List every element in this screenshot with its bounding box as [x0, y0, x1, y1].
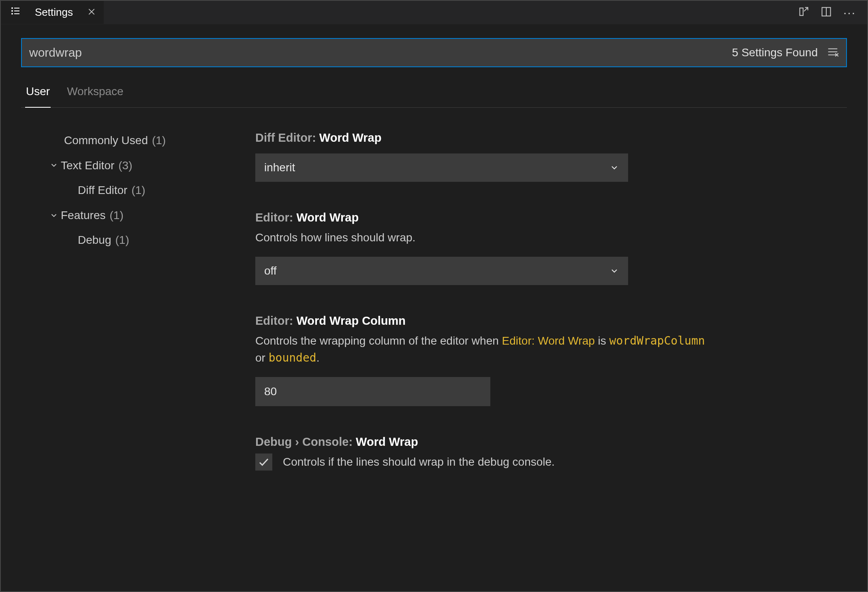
chevron-down-icon	[609, 266, 619, 276]
setting-description: Controls the wrapping column of the edit…	[255, 332, 717, 366]
setting-editor-word-wrap-column: Editor: Word Wrap Column Controls the wr…	[255, 314, 835, 406]
select-editor-wordwrap[interactable]: off	[255, 257, 628, 285]
setting-scope: Editor:	[255, 314, 297, 327]
setting-debug-console-word-wrap: Debug › Console: Word Wrap Controls if t…	[255, 435, 835, 471]
search-results-count: 5 Settings Found	[732, 46, 818, 59]
checkbox-debug-console-wordwrap[interactable]	[255, 454, 272, 471]
tab-bar: Settings ···	[1, 1, 867, 24]
scope-tabs: User Workspace	[21, 85, 847, 108]
tree-item-text-editor[interactable]: Text Editor (3)	[41, 153, 240, 178]
setting-scope: Editor:	[255, 211, 297, 224]
setting-editor-word-wrap: Editor: Word Wrap Controls how lines sho…	[255, 211, 835, 285]
setting-name: Word Wrap Column	[297, 314, 406, 327]
settings-list-icon	[11, 6, 20, 19]
chevron-down-icon	[49, 211, 58, 220]
scope-tab-user[interactable]: User	[25, 85, 51, 108]
settings-tree: Commonly Used (1) Text Editor (3) Diff E…	[21, 117, 240, 591]
tree-item-commonly-used[interactable]: Commonly Used (1)	[41, 128, 240, 153]
setting-name: Word Wrap	[356, 435, 418, 448]
split-editor-icon[interactable]	[821, 6, 832, 19]
search-input[interactable]	[29, 46, 732, 60]
svg-point-4	[12, 13, 13, 14]
more-actions-icon[interactable]: ···	[843, 6, 856, 19]
tree-item-features[interactable]: Features (1)	[41, 203, 240, 228]
check-icon	[258, 456, 270, 468]
scope-tab-workspace[interactable]: Workspace	[66, 85, 124, 107]
svg-point-0	[12, 8, 13, 9]
tab-settings[interactable]: Settings	[1, 1, 104, 24]
setting-name: Word Wrap	[297, 211, 359, 224]
settings-search: 5 Settings Found	[21, 38, 847, 67]
close-tab-icon[interactable]	[88, 6, 96, 19]
tab-title: Settings	[35, 6, 73, 19]
tree-item-diff-editor[interactable]: Diff Editor (1)	[41, 178, 240, 203]
clear-search-icon[interactable]	[827, 46, 839, 60]
open-settings-json-icon[interactable]	[798, 6, 809, 19]
tree-item-debug[interactable]: Debug (1)	[41, 228, 240, 253]
input-word-wrap-column[interactable]	[255, 377, 490, 406]
setting-description: Controls how lines should wrap.	[255, 229, 717, 246]
setting-description: Controls if the lines should wrap in the…	[283, 456, 555, 468]
select-diff-wordwrap[interactable]: inherit	[255, 153, 628, 182]
setting-link[interactable]: Editor: Word Wrap	[502, 334, 595, 347]
setting-scope: Debug › Console:	[255, 435, 356, 448]
chevron-down-icon	[609, 163, 619, 172]
setting-name: Word Wrap	[319, 131, 382, 144]
chevron-down-icon	[49, 161, 58, 170]
setting-scope: Diff Editor:	[255, 131, 319, 144]
svg-point-2	[12, 11, 13, 11]
setting-diff-editor-word-wrap: Diff Editor: Word Wrap inherit	[255, 131, 835, 182]
settings-list[interactable]: Diff Editor: Word Wrap inherit Editor: W…	[240, 117, 847, 591]
